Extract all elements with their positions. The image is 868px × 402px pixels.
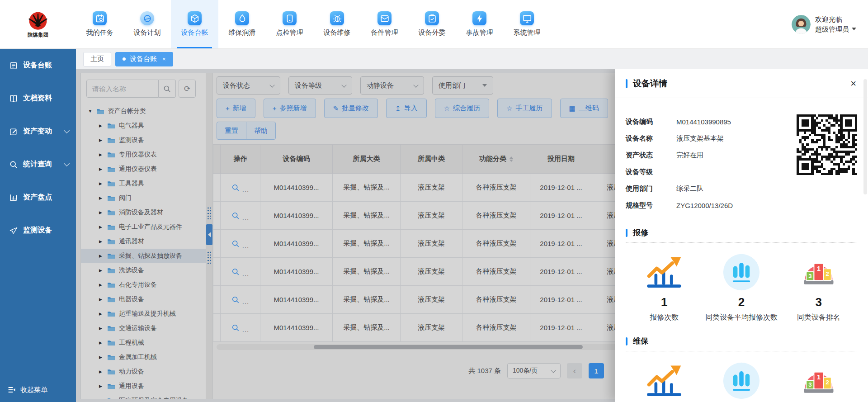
tree-item[interactable]: ▶交通运输设备	[81, 321, 206, 336]
top-nav-item-2[interactable]: 设备台帐	[171, 0, 218, 48]
tree-item[interactable]: ▶工具器具	[81, 176, 206, 191]
table-row[interactable]: ...M014410399...采掘、钻探及...液压支架各种液压支架2019-…	[213, 202, 669, 230]
sidebar-item-5[interactable]: 监测设备	[0, 214, 76, 247]
tree-item[interactable]: ▶采掘、钻探及抽放设备	[81, 249, 206, 263]
toolbar-button-6[interactable]: ▦二维码	[560, 99, 608, 118]
tree-item[interactable]: ▶动力设备	[81, 364, 206, 379]
tree-item[interactable]: ▶通用仪器仪表	[81, 162, 206, 176]
tab-home[interactable]: 主页	[83, 52, 111, 66]
page-number-button[interactable]: 1	[589, 363, 604, 378]
row-more-button[interactable]: ...	[242, 270, 250, 277]
row-search-icon[interactable]	[231, 184, 240, 192]
tab-close-icon[interactable]: ×	[162, 56, 166, 62]
caret-collapsed-icon[interactable]: ▶	[99, 239, 104, 244]
toolbar-secondary-button-0[interactable]: 重置	[217, 122, 246, 140]
tree-item[interactable]: ▶电气器具	[81, 118, 206, 133]
caret-collapsed-icon[interactable]: ▶	[99, 297, 104, 302]
row-more-button[interactable]: ...	[242, 213, 250, 221]
caret-collapsed-icon[interactable]: ▶	[99, 341, 104, 345]
row-search-icon[interactable]	[231, 296, 240, 304]
toolbar-button-5[interactable]: ☆手工履历	[497, 99, 552, 118]
tree-item[interactable]: ▶石化专用设备	[81, 278, 206, 292]
filter-select-1[interactable]: 设备等级	[288, 76, 352, 95]
table-row[interactable]: ...M014410399...采掘、钻探及...液压支架各种液压支架2019-…	[213, 230, 669, 258]
sidebar-item-0[interactable]: 设备台账	[0, 49, 76, 82]
horizontal-scrollbar[interactable]	[217, 344, 682, 350]
row-search-icon[interactable]	[231, 240, 240, 248]
row-more-button[interactable]: ...	[242, 298, 250, 305]
table-row[interactable]: ...M014410399...采掘、钻探及...液压支架各种液压支架2019-…	[213, 314, 669, 342]
caret-collapsed-icon[interactable]: ▶	[99, 152, 104, 157]
caret-collapsed-icon[interactable]: ▶	[99, 384, 104, 388]
row-more-button[interactable]: ...	[242, 185, 250, 193]
tree-item[interactable]: ▶工程机械	[81, 336, 206, 350]
tree-search-button[interactable]	[159, 80, 176, 98]
caret-collapsed-icon[interactable]: ▶	[99, 369, 104, 374]
table-row[interactable]: ...M014410399...采掘、钻探及...液压支架各种液压支架2019-…	[213, 258, 669, 286]
caret-collapsed-icon[interactable]: ▶	[99, 268, 104, 273]
sort-carets-icon[interactable]	[509, 156, 513, 162]
toolbar-button-0[interactable]: +新增	[217, 99, 255, 118]
top-nav-item-8[interactable]: 事故管理	[456, 0, 503, 48]
top-nav-item-1[interactable]: 设备计划	[123, 0, 171, 48]
caret-collapsed-icon[interactable]: ▶	[99, 254, 104, 258]
panel-splitter[interactable]	[206, 73, 212, 399]
toolbar-secondary-button-1[interactable]: 帮助	[246, 122, 276, 140]
sidebar-item-2[interactable]: 资产变动	[0, 115, 76, 148]
table-row[interactable]: ...M014410399...采掘、钻探及...液压支架各种液压支架2019-…	[213, 286, 669, 314]
tree-search-input[interactable]	[86, 80, 159, 98]
tree-item[interactable]: ▶专用仪器仪表	[81, 147, 206, 162]
tree-item[interactable]: ▶医疗环保及安全专用设备	[81, 393, 206, 399]
caret-collapsed-icon[interactable]: ▶	[99, 326, 104, 331]
caret-collapsed-icon[interactable]: ▶	[99, 312, 104, 316]
tree-item[interactable]: ▶电子工业产品及元器件	[81, 220, 206, 234]
tree-item[interactable]: ▶金属加工机械	[81, 350, 206, 364]
top-nav-item-9[interactable]: 系统管理	[503, 0, 551, 48]
toolbar-button-1[interactable]: +参照新增	[264, 99, 316, 118]
splitter-collapse-button[interactable]	[206, 224, 212, 245]
close-icon[interactable]: ×	[850, 79, 856, 89]
caret-expanded-icon[interactable]: ▼	[88, 109, 93, 114]
caret-collapsed-icon[interactable]: ▶	[99, 210, 104, 215]
caret-collapsed-icon[interactable]: ▶	[99, 167, 104, 171]
top-nav-item-3[interactable]: 维保润滑	[218, 0, 266, 48]
caret-collapsed-icon[interactable]: ▶	[99, 181, 104, 186]
tree-item[interactable]: ▶阀门	[81, 191, 206, 205]
splitter-drag-handle[interactable]	[207, 207, 212, 219]
tree-root-item[interactable]: ▼资产台帐分类	[81, 104, 206, 118]
row-search-icon[interactable]	[231, 324, 240, 332]
row-more-button[interactable]: ...	[242, 241, 250, 249]
horizontal-scrollbar-thumb[interactable]	[314, 345, 583, 349]
row-search-icon[interactable]	[231, 212, 240, 220]
row-more-button[interactable]: ...	[242, 326, 250, 333]
caret-collapsed-icon[interactable]: ▶	[99, 355, 104, 359]
top-nav-item-0[interactable]: 我的任务	[76, 0, 123, 48]
tree-item[interactable]: ▶洗选设备	[81, 263, 206, 278]
caret-collapsed-icon[interactable]: ▶	[99, 138, 104, 142]
drawer-scrollbar-thumb[interactable]	[863, 79, 867, 194]
tree-item[interactable]: ▶通用设备	[81, 379, 206, 393]
table-row[interactable]: ...M014410399...采掘、钻探及...液压支架各种液压支架2019-…	[213, 174, 669, 202]
toolbar-button-3[interactable]: ↥导入	[386, 99, 427, 118]
caret-collapsed-icon[interactable]: ▶	[99, 283, 104, 287]
row-search-icon[interactable]	[231, 268, 240, 276]
filter-select-0[interactable]: 设备状态	[217, 76, 280, 95]
collapse-menu-button[interactable]: 收起菜单	[0, 378, 76, 402]
tree-item[interactable]: ▶通讯器材	[81, 234, 206, 249]
toolbar-button-2[interactable]: ✎批量修改	[324, 99, 378, 118]
top-nav-item-4[interactable]: 点检管理	[266, 0, 313, 48]
splitter-drag-handle[interactable]	[207, 251, 212, 264]
tree-item[interactable]: ▶起重输送及提升机械	[81, 307, 206, 321]
tree-item[interactable]: ▶监测设备	[81, 133, 206, 147]
tree-item[interactable]: ▶电器设备	[81, 292, 206, 307]
toolbar-button-4[interactable]: ☆综合履历	[435, 99, 489, 118]
sidebar-item-3[interactable]: 统计查询	[0, 148, 76, 181]
sidebar-item-1[interactable]: 文档资料	[0, 82, 76, 115]
top-nav-item-5[interactable]: 设备维修	[313, 0, 361, 48]
top-nav-item-7[interactable]: 设备外委	[408, 0, 456, 48]
tree-item[interactable]: ▶消防设备及器材	[81, 205, 206, 220]
filter-select-2[interactable]: 动静设备	[360, 76, 424, 95]
caret-collapsed-icon[interactable]: ▶	[99, 123, 104, 128]
user-menu[interactable]: 欢迎光临 超级管理员	[792, 0, 856, 48]
table-header-sortable[interactable]: 功能分类	[462, 145, 530, 174]
